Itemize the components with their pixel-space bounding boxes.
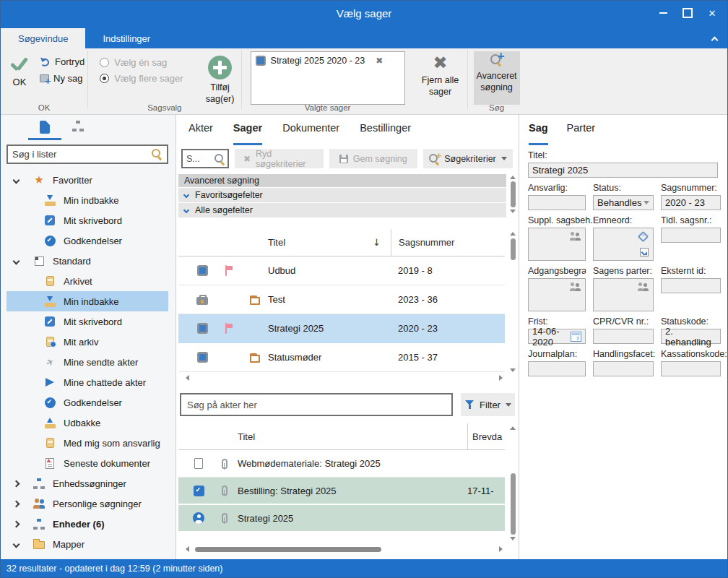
case-search-input[interactable]: S...	[181, 149, 229, 168]
chevron-right-icon[interactable]	[13, 480, 20, 487]
ansvarlig-field[interactable]	[528, 195, 586, 210]
scroll-up-arrow[interactable]	[510, 176, 516, 179]
radio-valg-flere-sager[interactable]: Vælg flere sager	[100, 73, 183, 84]
sidebar-item-min-indbakke[interactable]: Min indbakke	[6, 291, 168, 311]
sidebar-tab-units[interactable]	[61, 121, 95, 140]
sidebar-item-enhedssogninger[interactable]: Enhedssøgninger	[6, 473, 168, 493]
scroll-up-arrow[interactable]	[510, 232, 516, 236]
chevron-down-icon[interactable]	[13, 176, 20, 184]
tab-akter[interactable]: Akter	[188, 122, 213, 145]
scrollbar-thumb[interactable]	[511, 473, 516, 535]
suppl-sagsbeh-field[interactable]	[528, 228, 586, 261]
scroll-up-arrow[interactable]	[510, 426, 516, 430]
fortryd-button[interactable]: Fortryd	[37, 56, 87, 68]
people-icon[interactable]	[638, 282, 649, 291]
scroll-left-arrow[interactable]	[186, 375, 189, 381]
sidebar-item-med-mig-som-ansvarlig[interactable]: Med mig som ansvarlig	[6, 433, 168, 453]
sidebar-item-personlige-sogninger[interactable]: Personlige søgninger	[6, 493, 168, 514]
record-row-bestilling[interactable]: Bestilling: Strategi 2025 17-11-	[178, 478, 505, 505]
ny-sag-button[interactable]: Ny sag	[37, 72, 87, 85]
column-header-titel[interactable]: Titel	[268, 237, 373, 248]
scroll-down-arrow[interactable]	[510, 210, 516, 213]
case-row-statusmoder[interactable]: Statusmøder 2015 - 37	[178, 343, 505, 372]
scroll-right-arrow[interactable]	[499, 546, 503, 552]
sidebar-item-mine-sendte-akter[interactable]: Mine sendte akter	[6, 352, 168, 372]
sidebar-item-mit-arkiv[interactable]: Mit arkiv	[6, 332, 168, 352]
emneord-field[interactable]	[593, 228, 654, 261]
sidebar-item-mine-chattede-akter[interactable]: Mine chattede akter	[6, 372, 168, 392]
scroll-right-arrow[interactable]	[499, 375, 503, 381]
sidebar-item-seneste-dokumenter[interactable]: Seneste dokumenter	[6, 453, 168, 473]
column-header-brevdato[interactable]: Brevda	[467, 423, 505, 450]
cases-scrollbar[interactable]	[508, 232, 517, 372]
scrollbar-thumb[interactable]	[511, 181, 516, 207]
accordion-scrollbar[interactable]	[508, 176, 517, 220]
scroll-down-arrow[interactable]	[510, 537, 516, 540]
sidebar-item-standard[interactable]: Standard	[6, 251, 168, 271]
tab-indstillinger[interactable]: Indstillinger	[85, 28, 168, 48]
eksternt-id-field[interactable]	[661, 278, 721, 293]
sidebar-item-mit-skrivebord-fav[interactable]: Mit skrivebord	[6, 210, 168, 230]
sort-descending-icon[interactable]	[373, 237, 381, 248]
scrollbar-thumb[interactable]	[511, 238, 516, 260]
avanceret-sogning-button[interactable]: Avanceret søgning	[474, 51, 520, 105]
fjern-alle-sager-button[interactable]: Fjern alle sager	[414, 53, 467, 100]
sidebar-item-udbakke[interactable]: Udbakke	[6, 413, 168, 433]
remove-case-icon[interactable]	[376, 56, 383, 65]
sidebar-item-favoritter[interactable]: Favoritter	[6, 170, 168, 190]
scrollbar-thumb[interactable]	[195, 547, 381, 552]
record-row-webmodemateriale[interactable]: Webmødemateriale: Strategi 2025	[178, 450, 505, 478]
gem-sogning-button[interactable]: Gem søgning	[329, 149, 418, 168]
titel-field[interactable]: Strategi 2025	[528, 163, 718, 178]
column-header-sagsnummer[interactable]: Sagsnummer	[391, 229, 505, 256]
sidebar-item-godkendelser[interactable]: Godkendelser	[6, 392, 168, 413]
tilfoj-sager-button[interactable]: Tilføj sag(er)	[199, 54, 241, 107]
maximize-button[interactable]	[675, 4, 700, 22]
sidebar-item-mit-skrivebord[interactable]: Mit skrivebord	[6, 311, 168, 332]
sidebar-item-min-indbakke-fav[interactable]: Min indbakke	[6, 190, 168, 210]
close-button[interactable]	[700, 4, 724, 22]
people-icon[interactable]	[570, 232, 581, 241]
tidl-sagsnr-field[interactable]	[661, 228, 721, 243]
chevron-down-icon[interactable]	[13, 257, 20, 264]
status-select[interactable]: Behandles	[593, 195, 654, 210]
chevron-right-icon[interactable]	[13, 520, 20, 527]
minimize-button[interactable]	[651, 4, 675, 22]
case-row-strategi-2025[interactable]: Strategi 2025 2020 - 23	[178, 314, 505, 343]
column-header-titel[interactable]: Titel	[238, 431, 467, 442]
sidebar-item-arkivet[interactable]: Arkivet	[6, 271, 168, 291]
sidebar-item-mapper[interactable]: Mapper	[6, 534, 168, 554]
radio-valg-en-sag[interactable]: Vælg én sag	[100, 57, 183, 68]
handlingsfacet-field[interactable]	[593, 361, 654, 376]
popout-icon[interactable]	[640, 248, 649, 256]
journalplan-field[interactable]	[528, 361, 586, 376]
accordion-alle-sogefelter[interactable]: Alle søgefelter	[178, 203, 506, 217]
tab-bestillinger[interactable]: Bestillinger	[360, 122, 411, 145]
adgangsbegraensning-field[interactable]	[528, 278, 586, 311]
scroll-left-arrow[interactable]	[186, 546, 189, 552]
tag-icon[interactable]	[638, 231, 649, 243]
tab-parter[interactable]: Parter	[567, 122, 596, 145]
cases-hscrollbar[interactable]	[186, 374, 503, 382]
tab-sager[interactable]: Sager	[233, 122, 262, 145]
cpr-cvr-field[interactable]	[593, 329, 654, 344]
chevron-right-icon[interactable]	[13, 500, 20, 507]
sidebar-item-enheder[interactable]: Enheder (6)	[6, 514, 168, 534]
scroll-down-arrow[interactable]	[510, 368, 516, 372]
people-icon[interactable]	[570, 282, 581, 291]
tab-dokumenter[interactable]: Dokumenter	[282, 122, 339, 145]
sidebar-item-godkendelser-fav[interactable]: Godkendelser	[6, 230, 168, 251]
case-row-test[interactable]: Test 2023 - 36	[178, 285, 505, 314]
tab-sogevindue[interactable]: Søgevindue	[1, 28, 85, 48]
sogekriterier-dropdown[interactable]: Søgekriterier	[423, 149, 513, 168]
calendar-icon[interactable]	[571, 332, 581, 342]
tab-sag[interactable]: Sag	[529, 122, 548, 145]
ryd-sogekriterier-button[interactable]: Ryd søgekriterier	[235, 149, 324, 168]
record-row-strategi-2025[interactable]: Strategi 2025	[178, 505, 505, 532]
sagsnummer-field[interactable]: 2020 - 23	[661, 195, 721, 210]
chevron-down-icon[interactable]	[13, 540, 20, 548]
statuskode-field[interactable]: 2. behandling	[661, 329, 721, 344]
ok-button[interactable]: OK	[1, 54, 37, 87]
frist-field[interactable]: 14-06-2020	[528, 329, 586, 344]
case-row-udbud[interactable]: Udbud 2019 - 8	[178, 256, 505, 285]
